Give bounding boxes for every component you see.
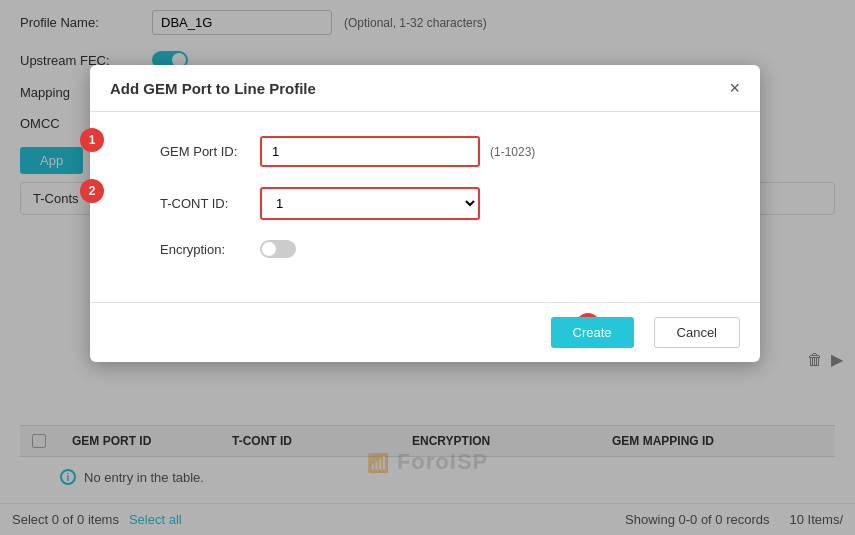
create-button[interactable]: Create — [551, 317, 634, 348]
modal-title: Add GEM Port to Line Profile — [110, 80, 316, 97]
step2-badge: 2 — [80, 179, 104, 203]
tcont-id-row: 2 T-CONT ID: 1 2 3 4 — [120, 187, 730, 220]
encryption-row: Encryption: — [120, 240, 730, 258]
gem-port-id-hint: (1-1023) — [490, 145, 535, 159]
encryption-label: Encryption: — [160, 242, 260, 257]
cancel-button[interactable]: Cancel — [654, 317, 740, 348]
modal-body: 1 GEM Port ID: (1-1023) 2 T-CONT ID: 1 2… — [90, 112, 760, 302]
gem-port-id-row: 1 GEM Port ID: (1-1023) — [120, 136, 730, 167]
modal-footer: 3 Create Cancel — [90, 302, 760, 362]
modal-close-button[interactable]: × — [729, 79, 740, 97]
step1-badge: 1 — [80, 128, 104, 152]
gem-port-id-label: GEM Port ID: — [160, 144, 260, 159]
encryption-toggle[interactable] — [260, 240, 296, 258]
gem-port-id-input[interactable] — [260, 136, 480, 167]
tcont-id-label: T-CONT ID: — [160, 196, 260, 211]
modal-header: Add GEM Port to Line Profile × — [90, 65, 760, 112]
add-gem-port-modal: Add GEM Port to Line Profile × 1 GEM Por… — [90, 65, 760, 362]
tcont-id-select[interactable]: 1 2 3 4 — [260, 187, 480, 220]
